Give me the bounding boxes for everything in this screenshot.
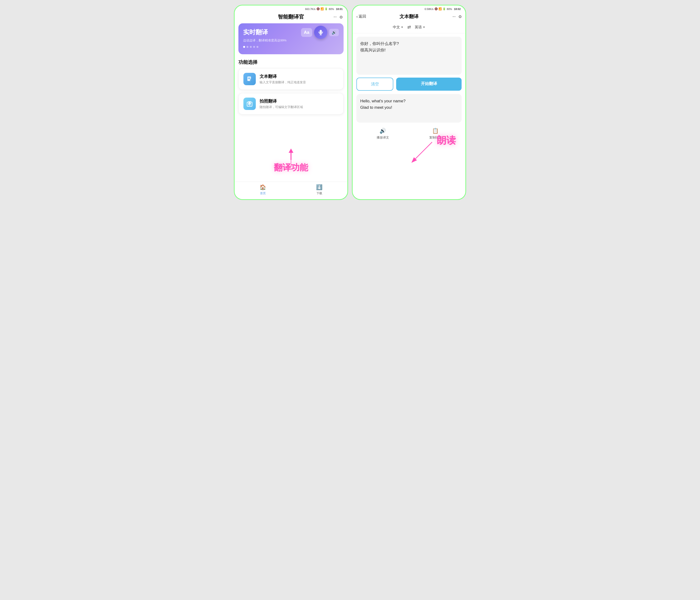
input-line-2: 很高兴认识你! (360, 47, 458, 53)
svg-text:Aa: Aa (249, 103, 251, 105)
status-icons-right: 🔇 📶 🔋 (434, 7, 446, 10)
time-left: 18:01 (336, 8, 343, 10)
banner-mic (314, 26, 327, 39)
target-lang-arrow: ▼ (423, 26, 425, 28)
text-translate-icon (243, 73, 256, 85)
swap-lang-button[interactable]: ⇄ (407, 25, 411, 30)
dot-3 (250, 46, 252, 48)
output-line-2: Glad to meet you! (360, 104, 458, 111)
left-phone: 663.7K/s 🔇 📶 🔋 80% 18:01 智能翻译官 ··· ⊙ 实时翻… (234, 5, 348, 200)
nav-home[interactable]: 🏠 首页 (234, 184, 291, 195)
app-title-left: 智能翻译官 (278, 13, 304, 21)
arrow-head (289, 148, 293, 153)
time-right: 18:02 (454, 8, 460, 10)
banner-dots (243, 46, 339, 48)
source-lang-button[interactable]: 中文 ▼ (393, 25, 403, 29)
text-translate-info: 文本翻译 输入文字直接翻译，纯正地道发音 (259, 74, 306, 85)
arrow-shaft (291, 153, 292, 167)
header-icons-left: ··· ⊙ (333, 15, 343, 19)
annotation-overlay-left: 翻译功能 (234, 160, 347, 175)
translate-button[interactable]: 开始翻译 (396, 78, 461, 91)
language-bar: 中文 ▼ ⇄ 英语 ▼ (353, 23, 466, 33)
text-translate-desc: 输入文字直接翻译，纯正地道发音 (259, 80, 306, 85)
copy-result-label: 复制结果 (429, 136, 442, 140)
banner-illustration: Aa 🔊 (301, 26, 339, 39)
nav-download[interactable]: ⬇️ 下载 (291, 184, 347, 195)
banner[interactable]: 实时翻译 边说边译，翻译精准度高达99% Aa 🔊 (239, 23, 344, 54)
annotation-arrow-right (413, 142, 437, 161)
play-translation-label: 播放译文 (377, 136, 389, 140)
photo-translate-desc: 随拍随译，可编辑文字翻译区域 (259, 105, 303, 109)
app-title-right: 文本翻译 (399, 13, 419, 20)
source-lang-label: 中文 (393, 25, 400, 29)
nav-home-label: 首页 (260, 191, 266, 195)
input-line-1: 你好，你叫什么名字? (360, 41, 458, 47)
nav-download-label: 下载 (317, 191, 322, 195)
output-area: Hello, what's your name? Glad to meet yo… (356, 94, 461, 123)
dot-4 (253, 46, 255, 48)
download-icon: ⬇️ (316, 184, 322, 190)
photo-translate-icon: Aa (243, 98, 256, 110)
home-icon: 🏠 (259, 184, 266, 190)
photo-translate-info: 拍照翻译 随拍随译，可编辑文字翻译区域 (259, 98, 303, 109)
status-icons-left: 🔇 📶 🔋 (317, 7, 328, 10)
dot-2 (247, 46, 248, 48)
dot-1 (243, 46, 245, 48)
right-phone: 0.58K/s 🔇 📶 🔋 80% 18:02 ‹ 返回 文本翻译 ··· ⊙ … (352, 5, 466, 200)
more-icon-right[interactable]: ··· (453, 15, 456, 19)
svg-rect-0 (320, 30, 322, 33)
target-icon-left[interactable]: ⊙ (340, 15, 343, 19)
more-icon-left[interactable]: ··· (333, 15, 337, 19)
output-line-1: Hello, what's your name? (360, 98, 458, 104)
app-header-right: ‹ 返回 文本翻译 ··· ⊙ (353, 11, 466, 23)
play-translation-button[interactable]: 🔊 播放译文 (356, 128, 409, 140)
target-icon-right[interactable]: ⊙ (458, 14, 461, 19)
section-title: 功能选择 (234, 59, 347, 68)
battery-left: 80% (329, 8, 334, 10)
copy-icon: 📋 (432, 128, 439, 134)
pink-arrow-left (289, 148, 293, 167)
feature-card-photo-translate[interactable]: Aa 拍照翻译 随拍随译，可编辑文字翻译区域 (239, 93, 344, 115)
copy-result-button[interactable]: 📋 复制结果 (409, 128, 461, 140)
speaker-icon: 🔊 (379, 128, 386, 134)
text-translate-name: 文本翻译 (259, 74, 306, 79)
annotation-text-left: 翻译功能 (268, 160, 314, 175)
status-bar-right: 0.58K/s 🔇 📶 🔋 80% 18:02 (353, 5, 466, 11)
network-speed-left: 663.7K/s (305, 8, 315, 10)
target-lang-label: 英语 (415, 25, 422, 29)
battery-right: 80% (447, 8, 452, 10)
clear-button[interactable]: 清空 (356, 78, 393, 91)
banner-sound: 🔊 (329, 29, 339, 36)
banner-card: Aa (301, 28, 312, 37)
back-chevron-icon: ‹ (356, 15, 358, 19)
back-label: 返回 (358, 14, 366, 19)
back-button[interactable]: ‹ 返回 (356, 14, 366, 19)
photo-translate-name: 拍照翻译 (259, 98, 303, 104)
input-area[interactable]: 你好，你叫什么名字? 很高兴认识你! (356, 37, 461, 75)
target-lang-button[interactable]: 英语 ▼ (415, 25, 425, 29)
source-lang-arrow: ▼ (401, 26, 403, 28)
feature-card-text-translate[interactable]: 文本翻译 输入文字直接翻译，纯正地道发音 (239, 68, 344, 90)
status-bar-left: 663.7K/s 🔇 📶 🔋 80% 18:01 (234, 5, 347, 11)
dot-5 (256, 46, 258, 48)
output-tools: 🔊 播放译文 📋 复制结果 (353, 126, 466, 144)
network-speed-right: 0.58K/s (424, 8, 433, 10)
bottom-nav-left: 🏠 首页 ⬇️ 下载 (234, 182, 347, 199)
app-header-left: 智能翻译官 ··· ⊙ (234, 11, 347, 23)
action-buttons: 清空 开始翻译 (356, 78, 461, 91)
header-icons-right: ··· ⊙ (453, 14, 461, 19)
